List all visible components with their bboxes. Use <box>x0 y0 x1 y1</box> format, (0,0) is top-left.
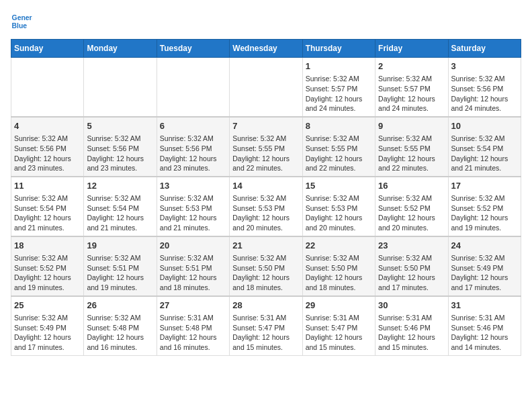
calendar-cell <box>157 58 229 117</box>
week-row-3: 11Sunrise: 5:32 AMSunset: 5:54 PMDayligh… <box>11 177 521 236</box>
cell-content: Sunrise: 5:31 AMSunset: 5:47 PMDaylight:… <box>306 313 372 353</box>
day-number: 4 <box>14 120 81 132</box>
cell-content: Sunrise: 5:32 AMSunset: 5:56 PMDaylight:… <box>451 74 518 113</box>
day-number: 23 <box>378 240 445 252</box>
cell-content: Sunrise: 5:32 AMSunset: 5:53 PMDaylight:… <box>306 193 372 233</box>
calendar-cell: 29Sunrise: 5:31 AMSunset: 5:47 PMDayligh… <box>302 296 375 355</box>
header-cell-sunday: Sunday <box>11 40 84 58</box>
cell-content: Sunrise: 5:31 AMSunset: 5:46 PMDaylight:… <box>378 313 445 353</box>
cell-content: Sunrise: 5:32 AMSunset: 5:53 PMDaylight:… <box>232 193 299 233</box>
cell-content: Sunrise: 5:32 AMSunset: 5:55 PMDaylight:… <box>306 134 372 173</box>
cell-content: Sunrise: 5:32 AMSunset: 5:49 PMDaylight:… <box>451 253 518 293</box>
cell-content: Sunrise: 5:32 AMSunset: 5:54 PMDaylight:… <box>87 193 153 233</box>
calendar-cell: 24Sunrise: 5:32 AMSunset: 5:49 PMDayligh… <box>448 236 521 296</box>
day-number: 18 <box>14 240 81 252</box>
day-number: 26 <box>87 300 153 312</box>
calendar-cell <box>84 58 157 117</box>
cell-content: Sunrise: 5:32 AMSunset: 5:54 PMDaylight:… <box>14 193 81 233</box>
week-row-2: 4Sunrise: 5:32 AMSunset: 5:56 PMDaylight… <box>11 117 521 177</box>
day-number: 9 <box>378 120 445 132</box>
cell-content: Sunrise: 5:32 AMSunset: 5:53 PMDaylight:… <box>160 193 226 233</box>
calendar-cell: 20Sunrise: 5:32 AMSunset: 5:51 PMDayligh… <box>157 236 229 296</box>
day-number: 5 <box>87 120 153 132</box>
calendar-cell: 18Sunrise: 5:32 AMSunset: 5:52 PMDayligh… <box>11 236 84 296</box>
calendar-table: SundayMondayTuesdayWednesdayThursdayFrid… <box>11 39 521 356</box>
calendar-cell: 15Sunrise: 5:32 AMSunset: 5:53 PMDayligh… <box>302 177 375 236</box>
day-number: 30 <box>378 300 445 312</box>
cell-content: Sunrise: 5:32 AMSunset: 5:50 PMDaylight:… <box>306 253 372 293</box>
calendar-cell: 17Sunrise: 5:32 AMSunset: 5:52 PMDayligh… <box>448 177 521 236</box>
day-number: 15 <box>306 180 372 192</box>
day-number: 13 <box>160 180 226 192</box>
cell-content: Sunrise: 5:32 AMSunset: 5:49 PMDaylight:… <box>14 313 81 353</box>
calendar-cell: 14Sunrise: 5:32 AMSunset: 5:53 PMDayligh… <box>230 177 302 236</box>
day-number: 8 <box>306 120 372 132</box>
calendar-cell <box>230 58 302 117</box>
cell-content: Sunrise: 5:32 AMSunset: 5:50 PMDaylight:… <box>232 253 299 293</box>
calendar-cell: 16Sunrise: 5:32 AMSunset: 5:52 PMDayligh… <box>375 177 448 236</box>
header-cell-tuesday: Tuesday <box>157 40 229 58</box>
header-cell-friday: Friday <box>375 40 448 58</box>
day-number: 20 <box>160 240 226 252</box>
day-number: 7 <box>232 120 299 132</box>
cell-content: Sunrise: 5:32 AMSunset: 5:52 PMDaylight:… <box>378 193 445 233</box>
cell-content: Sunrise: 5:31 AMSunset: 5:48 PMDaylight:… <box>160 313 226 353</box>
calendar-cell: 8Sunrise: 5:32 AMSunset: 5:55 PMDaylight… <box>302 117 375 177</box>
calendar-cell: 4Sunrise: 5:32 AMSunset: 5:56 PMDaylight… <box>11 117 84 177</box>
cell-content: Sunrise: 5:32 AMSunset: 5:55 PMDaylight:… <box>232 134 299 173</box>
calendar-cell: 28Sunrise: 5:31 AMSunset: 5:47 PMDayligh… <box>230 296 302 355</box>
day-number: 22 <box>306 240 372 252</box>
cell-content: Sunrise: 5:32 AMSunset: 5:57 PMDaylight:… <box>378 74 445 113</box>
day-number: 14 <box>232 180 299 192</box>
header-cell-monday: Monday <box>84 40 157 58</box>
header-cell-wednesday: Wednesday <box>230 40 302 58</box>
day-number: 1 <box>306 60 372 73</box>
day-number: 19 <box>87 240 153 252</box>
calendar-cell: 27Sunrise: 5:31 AMSunset: 5:48 PMDayligh… <box>157 296 229 355</box>
day-number: 3 <box>451 60 518 73</box>
logo: General Blue <box>11 11 32 32</box>
week-row-5: 25Sunrise: 5:32 AMSunset: 5:49 PMDayligh… <box>11 296 521 355</box>
calendar-cell: 12Sunrise: 5:32 AMSunset: 5:54 PMDayligh… <box>84 177 157 236</box>
calendar-cell: 10Sunrise: 5:32 AMSunset: 5:54 PMDayligh… <box>448 117 521 177</box>
cell-content: Sunrise: 5:32 AMSunset: 5:52 PMDaylight:… <box>14 253 81 293</box>
cell-content: Sunrise: 5:32 AMSunset: 5:57 PMDaylight:… <box>306 74 372 113</box>
calendar-header: SundayMondayTuesdayWednesdayThursdayFrid… <box>11 40 521 58</box>
cell-content: Sunrise: 5:32 AMSunset: 5:51 PMDaylight:… <box>160 253 226 293</box>
calendar-cell: 2Sunrise: 5:32 AMSunset: 5:57 PMDaylight… <box>375 58 448 117</box>
calendar-cell: 19Sunrise: 5:32 AMSunset: 5:51 PMDayligh… <box>84 236 157 296</box>
day-number: 17 <box>451 180 518 192</box>
day-number: 31 <box>451 300 518 312</box>
day-number: 24 <box>451 240 518 252</box>
calendar-cell: 13Sunrise: 5:32 AMSunset: 5:53 PMDayligh… <box>157 177 229 236</box>
cell-content: Sunrise: 5:32 AMSunset: 5:51 PMDaylight:… <box>87 253 153 293</box>
day-number: 29 <box>306 300 372 312</box>
calendar-cell: 23Sunrise: 5:32 AMSunset: 5:50 PMDayligh… <box>375 236 448 296</box>
calendar-cell: 5Sunrise: 5:32 AMSunset: 5:56 PMDaylight… <box>84 117 157 177</box>
day-number: 12 <box>87 180 153 192</box>
calendar-cell <box>11 58 84 117</box>
calendar-cell: 26Sunrise: 5:32 AMSunset: 5:48 PMDayligh… <box>84 296 157 355</box>
day-number: 10 <box>451 120 518 132</box>
cell-content: Sunrise: 5:31 AMSunset: 5:46 PMDaylight:… <box>451 313 518 353</box>
cell-content: Sunrise: 5:31 AMSunset: 5:47 PMDaylight:… <box>232 313 299 353</box>
cell-content: Sunrise: 5:32 AMSunset: 5:50 PMDaylight:… <box>378 253 445 293</box>
day-number: 25 <box>14 300 81 312</box>
week-row-4: 18Sunrise: 5:32 AMSunset: 5:52 PMDayligh… <box>11 236 521 296</box>
day-number: 21 <box>232 240 299 252</box>
cell-content: Sunrise: 5:32 AMSunset: 5:52 PMDaylight:… <box>451 193 518 233</box>
header: General Blue <box>11 11 521 32</box>
calendar-cell: 1Sunrise: 5:32 AMSunset: 5:57 PMDaylight… <box>302 58 375 117</box>
calendar-cell: 11Sunrise: 5:32 AMSunset: 5:54 PMDayligh… <box>11 177 84 236</box>
calendar-cell: 9Sunrise: 5:32 AMSunset: 5:55 PMDaylight… <box>375 117 448 177</box>
cell-content: Sunrise: 5:32 AMSunset: 5:54 PMDaylight:… <box>451 134 518 173</box>
svg-text:Blue: Blue <box>12 22 28 30</box>
cell-content: Sunrise: 5:32 AMSunset: 5:56 PMDaylight:… <box>14 134 81 173</box>
calendar-body: 1Sunrise: 5:32 AMSunset: 5:57 PMDaylight… <box>11 58 521 356</box>
calendar-cell: 25Sunrise: 5:32 AMSunset: 5:49 PMDayligh… <box>11 296 84 355</box>
header-cell-thursday: Thursday <box>302 40 375 58</box>
cell-content: Sunrise: 5:32 AMSunset: 5:55 PMDaylight:… <box>378 134 445 173</box>
svg-text:General: General <box>12 14 32 21</box>
calendar-cell: 7Sunrise: 5:32 AMSunset: 5:55 PMDaylight… <box>230 117 302 177</box>
day-number: 16 <box>378 180 445 192</box>
